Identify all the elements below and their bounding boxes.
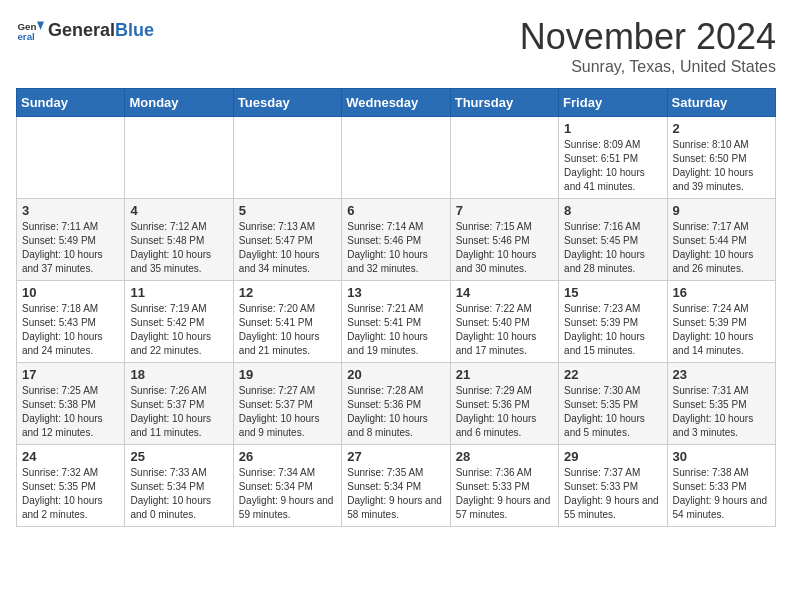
calendar-cell: 27Sunrise: 7:35 AM Sunset: 5:34 PM Dayli… <box>342 445 450 527</box>
calendar-cell <box>17 117 125 199</box>
calendar-week-row: 3Sunrise: 7:11 AM Sunset: 5:49 PM Daylig… <box>17 199 776 281</box>
day-number: 20 <box>347 367 444 382</box>
calendar-cell: 13Sunrise: 7:21 AM Sunset: 5:41 PM Dayli… <box>342 281 450 363</box>
day-number: 8 <box>564 203 661 218</box>
day-number: 15 <box>564 285 661 300</box>
day-number: 4 <box>130 203 227 218</box>
calendar-cell: 21Sunrise: 7:29 AM Sunset: 5:36 PM Dayli… <box>450 363 558 445</box>
day-info: Sunrise: 7:27 AM Sunset: 5:37 PM Dayligh… <box>239 384 336 440</box>
svg-text:eral: eral <box>17 31 35 42</box>
day-info: Sunrise: 7:17 AM Sunset: 5:44 PM Dayligh… <box>673 220 770 276</box>
day-number: 17 <box>22 367 119 382</box>
calendar-cell: 25Sunrise: 7:33 AM Sunset: 5:34 PM Dayli… <box>125 445 233 527</box>
day-info: Sunrise: 7:31 AM Sunset: 5:35 PM Dayligh… <box>673 384 770 440</box>
day-header-friday: Friday <box>559 89 667 117</box>
calendar-header-row: SundayMondayTuesdayWednesdayThursdayFrid… <box>17 89 776 117</box>
day-info: Sunrise: 7:22 AM Sunset: 5:40 PM Dayligh… <box>456 302 553 358</box>
day-info: Sunrise: 8:09 AM Sunset: 6:51 PM Dayligh… <box>564 138 661 194</box>
calendar-cell: 12Sunrise: 7:20 AM Sunset: 5:41 PM Dayli… <box>233 281 341 363</box>
calendar-cell: 3Sunrise: 7:11 AM Sunset: 5:49 PM Daylig… <box>17 199 125 281</box>
calendar-cell: 22Sunrise: 7:30 AM Sunset: 5:35 PM Dayli… <box>559 363 667 445</box>
calendar-week-row: 17Sunrise: 7:25 AM Sunset: 5:38 PM Dayli… <box>17 363 776 445</box>
month-title: November 2024 <box>520 16 776 58</box>
calendar-cell: 20Sunrise: 7:28 AM Sunset: 5:36 PM Dayli… <box>342 363 450 445</box>
day-number: 13 <box>347 285 444 300</box>
day-info: Sunrise: 7:15 AM Sunset: 5:46 PM Dayligh… <box>456 220 553 276</box>
day-number: 25 <box>130 449 227 464</box>
day-info: Sunrise: 7:29 AM Sunset: 5:36 PM Dayligh… <box>456 384 553 440</box>
day-number: 29 <box>564 449 661 464</box>
calendar-cell: 4Sunrise: 7:12 AM Sunset: 5:48 PM Daylig… <box>125 199 233 281</box>
day-info: Sunrise: 7:30 AM Sunset: 5:35 PM Dayligh… <box>564 384 661 440</box>
day-number: 1 <box>564 121 661 136</box>
calendar-cell: 15Sunrise: 7:23 AM Sunset: 5:39 PM Dayli… <box>559 281 667 363</box>
day-number: 6 <box>347 203 444 218</box>
day-number: 18 <box>130 367 227 382</box>
calendar-cell <box>233 117 341 199</box>
day-info: Sunrise: 7:35 AM Sunset: 5:34 PM Dayligh… <box>347 466 444 522</box>
svg-marker-2 <box>37 22 44 30</box>
day-header-wednesday: Wednesday <box>342 89 450 117</box>
calendar-cell: 19Sunrise: 7:27 AM Sunset: 5:37 PM Dayli… <box>233 363 341 445</box>
logo-icon: Gen eral <box>16 16 44 44</box>
calendar-cell: 6Sunrise: 7:14 AM Sunset: 5:46 PM Daylig… <box>342 199 450 281</box>
day-number: 16 <box>673 285 770 300</box>
calendar-week-row: 10Sunrise: 7:18 AM Sunset: 5:43 PM Dayli… <box>17 281 776 363</box>
day-info: Sunrise: 7:33 AM Sunset: 5:34 PM Dayligh… <box>130 466 227 522</box>
calendar-cell: 9Sunrise: 7:17 AM Sunset: 5:44 PM Daylig… <box>667 199 775 281</box>
day-info: Sunrise: 7:21 AM Sunset: 5:41 PM Dayligh… <box>347 302 444 358</box>
day-number: 26 <box>239 449 336 464</box>
calendar-cell: 8Sunrise: 7:16 AM Sunset: 5:45 PM Daylig… <box>559 199 667 281</box>
calendar-cell: 30Sunrise: 7:38 AM Sunset: 5:33 PM Dayli… <box>667 445 775 527</box>
day-info: Sunrise: 7:28 AM Sunset: 5:36 PM Dayligh… <box>347 384 444 440</box>
logo: Gen eral GeneralBlue <box>16 16 154 44</box>
logo-blue: Blue <box>115 20 154 40</box>
logo-general: General <box>48 20 115 40</box>
calendar-week-row: 24Sunrise: 7:32 AM Sunset: 5:35 PM Dayli… <box>17 445 776 527</box>
day-info: Sunrise: 7:13 AM Sunset: 5:47 PM Dayligh… <box>239 220 336 276</box>
day-info: Sunrise: 7:34 AM Sunset: 5:34 PM Dayligh… <box>239 466 336 522</box>
calendar-cell: 10Sunrise: 7:18 AM Sunset: 5:43 PM Dayli… <box>17 281 125 363</box>
day-info: Sunrise: 7:32 AM Sunset: 5:35 PM Dayligh… <box>22 466 119 522</box>
day-number: 14 <box>456 285 553 300</box>
day-number: 28 <box>456 449 553 464</box>
calendar-cell: 7Sunrise: 7:15 AM Sunset: 5:46 PM Daylig… <box>450 199 558 281</box>
day-header-saturday: Saturday <box>667 89 775 117</box>
calendar-cell: 1Sunrise: 8:09 AM Sunset: 6:51 PM Daylig… <box>559 117 667 199</box>
day-number: 11 <box>130 285 227 300</box>
day-number: 19 <box>239 367 336 382</box>
calendar-cell: 18Sunrise: 7:26 AM Sunset: 5:37 PM Dayli… <box>125 363 233 445</box>
calendar-cell: 16Sunrise: 7:24 AM Sunset: 5:39 PM Dayli… <box>667 281 775 363</box>
calendar-cell: 11Sunrise: 7:19 AM Sunset: 5:42 PM Dayli… <box>125 281 233 363</box>
day-info: Sunrise: 7:26 AM Sunset: 5:37 PM Dayligh… <box>130 384 227 440</box>
day-number: 24 <box>22 449 119 464</box>
day-number: 22 <box>564 367 661 382</box>
day-info: Sunrise: 7:16 AM Sunset: 5:45 PM Dayligh… <box>564 220 661 276</box>
day-info: Sunrise: 7:37 AM Sunset: 5:33 PM Dayligh… <box>564 466 661 522</box>
day-number: 10 <box>22 285 119 300</box>
calendar-cell: 29Sunrise: 7:37 AM Sunset: 5:33 PM Dayli… <box>559 445 667 527</box>
calendar-cell: 2Sunrise: 8:10 AM Sunset: 6:50 PM Daylig… <box>667 117 775 199</box>
calendar-cell <box>342 117 450 199</box>
day-info: Sunrise: 7:24 AM Sunset: 5:39 PM Dayligh… <box>673 302 770 358</box>
day-number: 5 <box>239 203 336 218</box>
day-info: Sunrise: 7:23 AM Sunset: 5:39 PM Dayligh… <box>564 302 661 358</box>
title-area: November 2024 Sunray, Texas, United Stat… <box>520 16 776 76</box>
day-header-sunday: Sunday <box>17 89 125 117</box>
day-info: Sunrise: 7:18 AM Sunset: 5:43 PM Dayligh… <box>22 302 119 358</box>
calendar-table: SundayMondayTuesdayWednesdayThursdayFrid… <box>16 88 776 527</box>
calendar-cell <box>125 117 233 199</box>
calendar-cell <box>450 117 558 199</box>
day-number: 23 <box>673 367 770 382</box>
day-info: Sunrise: 7:38 AM Sunset: 5:33 PM Dayligh… <box>673 466 770 522</box>
day-info: Sunrise: 8:10 AM Sunset: 6:50 PM Dayligh… <box>673 138 770 194</box>
day-header-monday: Monday <box>125 89 233 117</box>
day-number: 9 <box>673 203 770 218</box>
day-info: Sunrise: 7:20 AM Sunset: 5:41 PM Dayligh… <box>239 302 336 358</box>
day-number: 7 <box>456 203 553 218</box>
day-number: 2 <box>673 121 770 136</box>
day-header-tuesday: Tuesday <box>233 89 341 117</box>
location-subtitle: Sunray, Texas, United States <box>520 58 776 76</box>
calendar-cell: 26Sunrise: 7:34 AM Sunset: 5:34 PM Dayli… <box>233 445 341 527</box>
page-header: Gen eral GeneralBlue November 2024 Sunra… <box>16 16 776 76</box>
